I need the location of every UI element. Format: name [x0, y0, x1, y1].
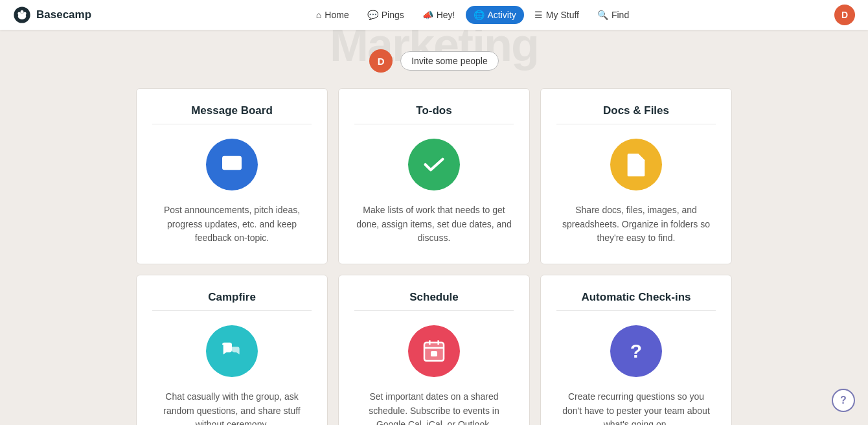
card-divider [354, 124, 514, 124]
card-desc-schedule: Set important dates on a shared schedule… [356, 390, 512, 425]
mystuff-icon: ☰ [534, 10, 543, 20]
card-title-campfire: Campfire [208, 291, 256, 304]
hey-icon: 📣 [422, 10, 433, 20]
card-desc-message-board: Post announcements, pitch ideas, progres… [154, 203, 310, 246]
card-desc-todos: Make lists of work that needs to get don… [356, 203, 512, 246]
card-schedule[interactable]: Schedule Set important dates on a shared… [338, 275, 530, 425]
nav-activity[interactable]: 🌐 Activity [466, 6, 524, 24]
logo-text: Basecamp [36, 8, 91, 21]
message-board-icon [206, 139, 258, 190]
card-campfire[interactable]: Campfire Chat casually with the group, a… [136, 275, 328, 425]
card-divider [152, 124, 312, 124]
svg-text:?: ? [630, 340, 642, 362]
nav-pings[interactable]: 💬 Pings [360, 6, 412, 24]
card-desc-docs-files: Share docs, files, images, and spreadshe… [558, 203, 714, 246]
card-divider [556, 310, 716, 311]
card-title-message-board: Message Board [191, 104, 273, 117]
svg-point-4 [21, 10, 24, 14]
invite-button[interactable]: Invite some people [400, 51, 499, 71]
navbar-right: D [834, 5, 855, 25]
nav-home[interactable]: ⌂ Home [308, 6, 357, 24]
card-message-board[interactable]: Message Board Post announcements, pitch … [136, 88, 328, 264]
card-divider [354, 310, 514, 311]
user-avatar[interactable]: D [834, 5, 855, 25]
card-desc-checkins: Create recurring questions so you don't … [558, 390, 714, 425]
card-title-schedule: Schedule [409, 291, 459, 304]
svg-rect-14 [431, 351, 437, 356]
find-icon: 🔍 [597, 10, 608, 20]
card-divider [556, 124, 716, 124]
navbar: Basecamp ⌂ Home 💬 Pings 📣 Hey! 🌐 Activit… [0, 0, 868, 30]
top-user-avatar[interactable]: D [369, 49, 393, 73]
card-checkins[interactable]: Automatic Check-ins ? Create recurring q… [540, 275, 732, 425]
card-desc-campfire: Chat casually with the group, ask random… [154, 390, 310, 425]
nav-links: ⌂ Home 💬 Pings 📣 Hey! 🌐 Activity ☰ My St… [111, 6, 834, 24]
nav-hey[interactable]: 📣 Hey! [415, 6, 463, 24]
campfire-icon [206, 325, 258, 377]
svg-point-3 [23, 12, 27, 15]
activity-icon: 🌐 [474, 10, 485, 20]
card-docs-files[interactable]: Docs & Files Share docs, files, images, … [540, 88, 732, 264]
home-icon: ⌂ [316, 10, 321, 20]
card-todos[interactable]: To-dos Make lists of work that needs to … [338, 88, 530, 264]
top-actions: D Invite some people [136, 49, 732, 73]
todos-icon [408, 139, 460, 190]
main-content: Marketing D Invite some people Message B… [0, 30, 868, 425]
nav-find[interactable]: 🔍 Find [589, 6, 637, 24]
docs-files-icon [610, 139, 662, 190]
card-title-docs-files: Docs & Files [603, 104, 669, 117]
pings-icon: 💬 [367, 10, 378, 20]
checkins-icon: ? [610, 325, 662, 377]
logo[interactable]: Basecamp [13, 6, 91, 24]
schedule-icon [408, 325, 460, 377]
help-button[interactable]: ? [832, 389, 855, 412]
center-column: D Invite some people Message Board Post … [136, 49, 732, 425]
card-title-todos: To-dos [416, 104, 451, 117]
svg-point-2 [17, 12, 21, 15]
card-title-checkins: Automatic Check-ins [581, 291, 691, 304]
card-divider [152, 310, 312, 311]
cards-grid: Message Board Post announcements, pitch … [136, 88, 732, 425]
nav-mystuff[interactable]: ☰ My Stuff [527, 6, 587, 24]
